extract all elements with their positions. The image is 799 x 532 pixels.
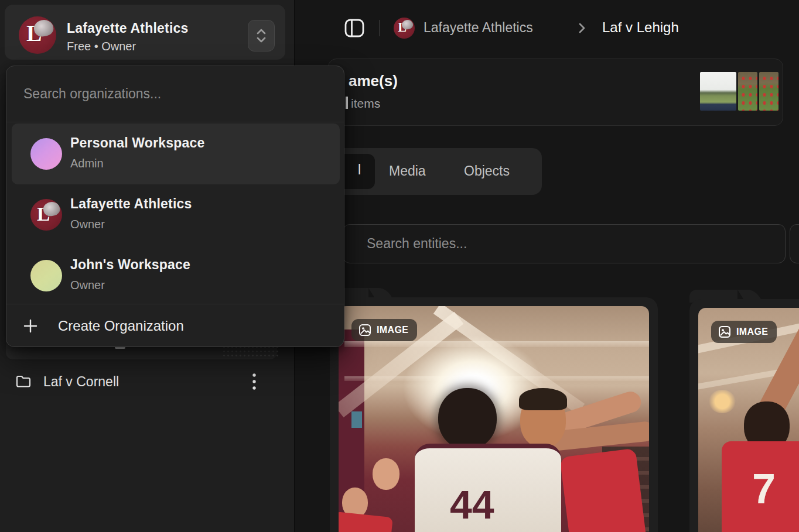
dot-pattern-decoration	[222, 345, 278, 358]
create-organization-label: Create Organization	[58, 318, 184, 334]
topbar-divider	[379, 20, 380, 36]
image-type-badge: IMAGE	[351, 319, 417, 341]
image-icon	[718, 325, 731, 338]
org-option-name: Personal Workspace	[70, 135, 204, 151]
card-photo-basketball-dunk: 7 IMAGE	[698, 308, 799, 532]
lafayette-logo: L	[30, 199, 62, 231]
badge-label: IMAGE	[736, 327, 768, 337]
tab-all-label-fragment: l	[358, 162, 361, 178]
breadcrumb-org[interactable]: Lafayette Athletics	[424, 20, 533, 36]
image-icon	[358, 324, 371, 337]
jersey-number-44: 44	[450, 482, 494, 527]
entity-type-tabs: l Media Objects	[327, 148, 542, 195]
app-screen: L Lafayette Athletics Free • Owner Laf v…	[0, 0, 799, 532]
johns-workspace-avatar	[30, 260, 62, 291]
panel-left-icon	[343, 17, 366, 39]
jersey-number-7: 7	[752, 465, 776, 513]
org-switcher-plan-role: Free • Owner	[67, 40, 136, 53]
sidebar-item-laf-v-cornell[interactable]: Laf v Cornell	[6, 368, 287, 396]
org-option-name: John's Workspace	[70, 257, 190, 273]
thumbnail-players-photo	[738, 72, 757, 111]
org-switcher-dropdown: Personal Workspace Admin L Lafayette Ath…	[6, 66, 344, 347]
filter-button-partial[interactable]	[790, 224, 799, 263]
org-search-input[interactable]	[6, 66, 344, 122]
thumbnail-players-photo-2	[759, 72, 778, 111]
sidebar-toggle-button[interactable]	[343, 16, 366, 40]
plus-icon	[23, 318, 38, 334]
chevron-expand-icon	[256, 28, 267, 43]
folder-icon	[15, 374, 32, 389]
topbar: L Lafayette Athletics Laf v Lehigh	[295, 0, 799, 56]
image-type-badge: IMAGE	[711, 321, 777, 343]
folder-title-fragment: ame(s)	[349, 72, 398, 90]
breadcrumb-current: Laf v Lehigh	[602, 19, 679, 36]
card-photo-basketball-rebound: 44 IMAGE	[339, 306, 649, 532]
tab-objects[interactable]: Objects	[464, 163, 510, 179]
org-option-lafayette-athletics[interactable]: L Lafayette Athletics Owner	[12, 184, 340, 245]
org-option-role: Owner	[70, 279, 105, 292]
badge-label: IMAGE	[377, 325, 408, 335]
item-menu-button[interactable]	[246, 373, 262, 390]
org-option-personal-workspace[interactable]: Personal Workspace Admin	[12, 123, 340, 184]
org-option-role: Admin	[70, 157, 104, 170]
folder-items-count-fragment: items	[351, 97, 380, 111]
hidden-count-fragment	[346, 97, 348, 109]
gym-lamp	[709, 390, 736, 413]
org-switcher-expand-button[interactable]	[248, 20, 275, 52]
breadcrumb-org-logo: L	[394, 18, 415, 39]
create-organization-button[interactable]: Create Organization	[6, 304, 344, 347]
org-option-role: Owner	[70, 218, 105, 231]
thumbnail-field-photo	[700, 72, 736, 111]
sidebar-item-label: Laf v Cornell	[43, 374, 119, 390]
org-option-johns-workspace[interactable]: John's Workspace Owner	[12, 245, 340, 306]
personal-workspace-avatar	[30, 138, 62, 170]
entity-search-input[interactable]	[343, 224, 786, 263]
org-option-name: Lafayette Athletics	[70, 196, 192, 212]
lafayette-logo: L	[19, 16, 56, 54]
org-switcher-name: Lafayette Athletics	[67, 20, 188, 36]
chevron-right-icon	[577, 22, 586, 34]
org-switcher-button[interactable]: L Lafayette Athletics Free • Owner	[5, 5, 285, 60]
folder-header-card: ame(s) items	[328, 59, 783, 126]
tab-media[interactable]: Media	[389, 163, 426, 179]
folder-thumbnails	[700, 72, 779, 111]
